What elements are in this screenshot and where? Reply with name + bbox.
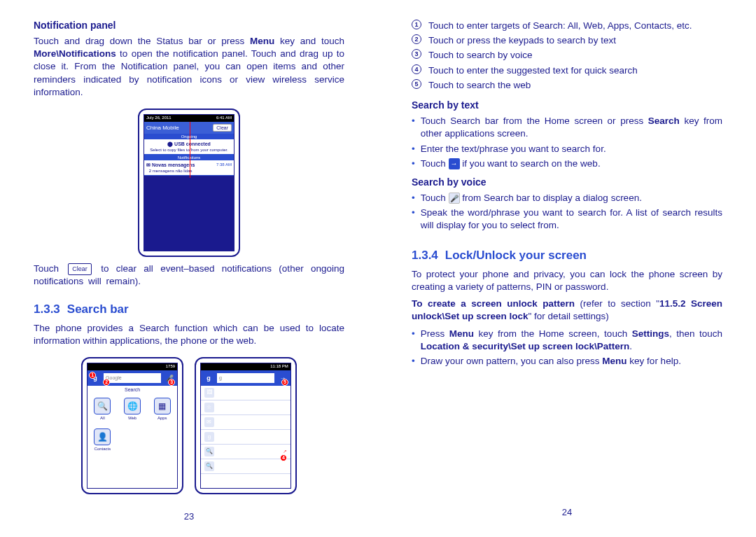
legend-1: 1Touch to enter targets of Search: All, … xyxy=(412,20,722,32)
usb-subtitle: Select to copy files to/from your comput… xyxy=(150,148,228,152)
menu-key: Menu xyxy=(602,356,626,366)
notifications-header: Notifications xyxy=(144,155,234,160)
status-date: July 26, 2011 xyxy=(146,116,172,121)
callout-4: 4 xyxy=(280,454,287,461)
clear-button-inline: Clear xyxy=(68,263,92,274)
notification-panel-paragraph: Touch and drag down the Status bar or pr… xyxy=(34,35,344,99)
status-bar-a: 1759 xyxy=(88,363,177,370)
search-bar-paragraph: The phone provides a Search function whi… xyxy=(34,322,344,347)
t: gmail xyxy=(218,449,230,454)
sbt-item-2: Enter the text/phrase you want to search… xyxy=(412,143,722,155)
section-1-3-3-heading: 1.3.3Search bar xyxy=(34,302,344,316)
legend-5: 5Touch to search the web xyxy=(412,79,722,92)
search-by-voice-list: Touch 🎤 from Search bar to display a dia… xyxy=(412,192,722,235)
text: (refer to section " xyxy=(575,298,659,309)
lock-step-2: Draw your own pattern, you can also pres… xyxy=(412,355,722,368)
text: Touch to enter the suggested text for qu… xyxy=(428,64,638,77)
s: Application xyxy=(218,423,234,427)
t: google xyxy=(218,463,234,468)
legend-3: 3Touch to search by voice xyxy=(412,49,722,62)
target-apps: ▦Apps xyxy=(154,398,171,420)
t: Google xyxy=(240,403,257,407)
label: Contacts xyxy=(94,447,111,451)
search-targets-row: 🔍All 🌐Web ▦Apps xyxy=(88,393,177,424)
text: Touch or press the keypads to search by … xyxy=(428,34,616,47)
label: Web xyxy=(128,416,136,420)
search-by-text-heading: Search by text xyxy=(412,99,722,111)
status-time: 6:41 AM xyxy=(216,116,232,121)
search-row-b: g g → xyxy=(201,370,290,386)
sbt-item-1: Touch Search bar from the Home screen or… xyxy=(412,115,722,140)
phone-screen-b: 11:18 PM g g → 🖼GalleryApplication ☆Goog… xyxy=(200,363,291,489)
section-1-3-4-heading: 1.3.4Lock/Unlock your screen xyxy=(412,249,722,263)
text: " for detail settings) xyxy=(528,311,609,321)
sugg-gmail: ✉GmailApplication xyxy=(201,415,290,430)
page-23: Notification panel Touch and drag down t… xyxy=(0,20,378,517)
t: Gmail xyxy=(219,417,232,422)
phone-frame-b: 11:18 PM g g → 🖼GalleryApplication ☆Goog… xyxy=(195,357,297,494)
callout-line xyxy=(190,122,190,178)
clear-paragraph: Touch Clear to clear all event–based not… xyxy=(34,263,344,288)
label: Apps xyxy=(158,416,167,420)
status-bar-b: 11:18 PM xyxy=(201,363,290,370)
t: Gallery xyxy=(218,388,234,393)
target-all: 🔍All xyxy=(94,398,111,420)
text: Touch to search the web xyxy=(428,79,531,92)
search-by-voice-heading: Search by voice xyxy=(412,176,722,188)
time-b: 11:18 PM xyxy=(270,364,288,370)
msg-subtitle: 2 mensagens não lidas xyxy=(149,169,192,173)
text: Touch and drag down the Status bar or pr… xyxy=(34,36,250,46)
text: Touch to search by voice xyxy=(428,49,533,62)
go-arrow-icon: → xyxy=(449,158,460,169)
page-24: 1Touch to enter targets of Search: All, … xyxy=(378,20,756,517)
section-title-text: Search bar xyxy=(67,302,129,316)
search-by-text-list: Touch Search bar from the Home screen or… xyxy=(412,115,722,172)
sbv-item-1: Touch 🎤 from Search bar to display a dia… xyxy=(412,192,722,204)
text: Touch xyxy=(34,263,66,274)
text: Press xyxy=(421,328,449,339)
legend-4: 4Touch to enter the suggested text for q… xyxy=(412,64,722,77)
usb-title: USB connected xyxy=(174,141,211,146)
create-pattern-label: To create a screen unlock pattern xyxy=(412,298,575,309)
mic-inline-icon: 🎤 xyxy=(449,193,460,204)
text: Touch xyxy=(421,193,449,203)
search-input-a: Google xyxy=(103,372,162,384)
menu-key: Menu xyxy=(449,328,474,339)
msg-title: Novas mensagens xyxy=(152,162,195,167)
text: Enter the text/phrase you want to search… xyxy=(421,143,606,155)
sbt-item-3: Touch → if you want to search on the web… xyxy=(412,158,722,170)
label: All xyxy=(100,416,105,420)
ongoing-header: Ongoing xyxy=(144,134,234,139)
more-notifications-label: More\Notifications xyxy=(34,48,116,59)
target-web: 🌐Web xyxy=(124,398,141,420)
sbv-item-2: Speak the word/phrase you want to search… xyxy=(412,207,722,232)
text: Draw your own pattern, you can also pres… xyxy=(421,356,603,366)
lock-paragraph-2: To create a screen unlock pattern (refer… xyxy=(412,298,722,323)
settings-label: Settings xyxy=(632,328,669,339)
text: key and touch xyxy=(274,36,344,46)
g-icon-b: g xyxy=(203,372,214,384)
section-title-text: Lock/Unlock your screen xyxy=(445,249,587,262)
legend-2: 2Touch or press the keypads to search by… xyxy=(412,34,722,47)
menu-key-label: Menu xyxy=(250,36,274,46)
usb-connected-row: ⬤ USB connected Select to copy files to/… xyxy=(144,139,234,155)
page-number-24: 24 xyxy=(412,496,722,517)
callout-5: 5 xyxy=(281,379,288,386)
text: key from the Home screen, touch xyxy=(474,328,632,339)
s: www.google.com/m/client=ms-unknown xyxy=(218,408,279,412)
path-label: Location & security\Set up screen lock\P… xyxy=(421,341,630,351)
figure-notification-panel: July 26, 2011 6:41 AM China Mobile Clear… xyxy=(34,109,344,257)
text: from Search bar to display a dialog scre… xyxy=(460,193,642,203)
phone-frame: July 26, 2011 6:41 AM China Mobile Clear… xyxy=(138,109,240,257)
phone-screen-a: 1759 g Google 🎤 Search 🔍All 🌐Web ▦Apps 👤… xyxy=(87,363,178,489)
text: . xyxy=(629,341,632,351)
time-a: 1759 xyxy=(166,364,175,370)
phone-frame-a: 1759 g Google 🎤 Search 🔍All 🌐Web ▦Apps 👤… xyxy=(81,357,183,494)
text: if you want to search on the web. xyxy=(460,158,601,169)
t: Google Search xyxy=(218,432,252,437)
search-label: Search xyxy=(88,386,177,393)
notification-titlebar: China Mobile Clear xyxy=(144,122,234,134)
text: Touch Search bar from the Home screen or… xyxy=(421,116,648,126)
clear-button-mini: Clear xyxy=(213,124,232,132)
phone-screen: July 26, 2011 6:41 AM China Mobile Clear… xyxy=(144,114,234,251)
